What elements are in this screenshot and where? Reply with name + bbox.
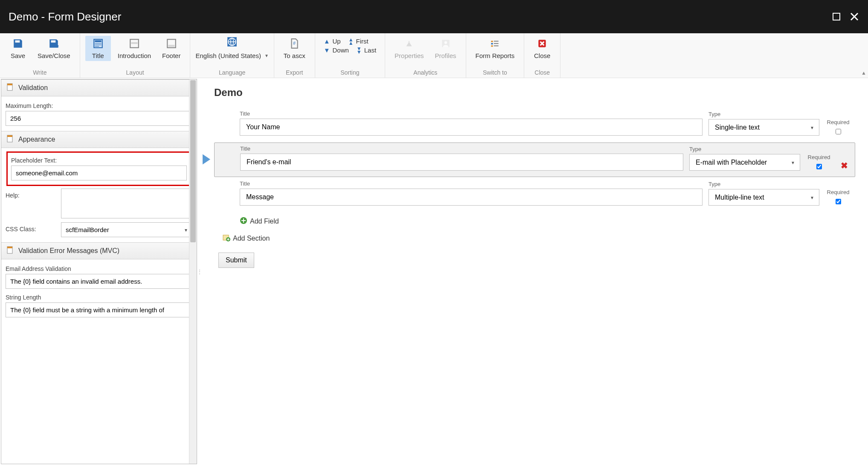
field-required-label: Required [825,189,851,195]
introduction-button[interactable]: Introduction [113,36,155,61]
field-required-checkbox[interactable] [816,164,822,169]
double-chevron-down-icon: ▼▼ [357,47,362,54]
profiles-label: Profiles [435,52,456,59]
field-type-select[interactable]: Single-line text [708,119,819,136]
field-type-select[interactable]: Multiple-line text [708,189,819,206]
sort-down-button[interactable]: ▼ Down [324,46,349,54]
close-window-button[interactable] [849,12,859,22]
ribbon-group-export: # To ascx Export [274,33,315,78]
to-ascx-label: To ascx [284,52,305,59]
save-close-button[interactable]: Save/Close [33,36,75,61]
section-appearance-title: Appearance [18,136,55,143]
form-field-row[interactable]: TitleTypeMultiple-line textRequired [214,178,855,212]
svg-rect-31 [7,135,12,137]
field-title-label: Title [240,145,683,152]
to-ascx-button[interactable]: # To ascx [279,36,310,61]
section-errors-body: Email Address Validation String Length [1,259,197,323]
submit-button[interactable]: Submit [218,253,254,268]
string-length-input[interactable] [6,302,192,317]
footer-label: Footer [162,52,180,59]
section-errors-header[interactable]: Validation Error Messages (MVC) [1,242,197,259]
email-validation-label: Email Address Validation [6,265,192,272]
save-label: Save [11,52,25,59]
form-field-row[interactable]: TitleTypeE-mail with PlaceholderRequired… [214,142,855,177]
field-title-input[interactable] [240,154,683,171]
sort-first-button[interactable]: ▲▲ First [348,38,369,45]
language-dropdown[interactable]: English (United States) ▼ [195,50,268,59]
sort-last-label: Last [364,46,376,54]
row-pointer-icon [202,153,211,166]
max-length-input[interactable] [6,111,192,126]
svg-rect-4 [95,40,101,42]
help-input[interactable] [61,189,192,218]
ribbon-caption-sorting: Sorting [340,69,359,76]
close-icon [537,38,548,49]
delete-row-icon[interactable]: ✖ [841,160,848,171]
ribbon-caption-layout: Layout [126,69,144,76]
field-type-select[interactable]: E-mail with Placeholder [689,154,800,171]
form-reports-label: Form Reports [476,52,515,59]
profiles-button: Profiles [430,36,460,61]
document-icon [6,83,14,93]
form-canvas: Demo TitleTypeSingle-line textRequiredTi… [201,78,868,465]
placeholder-text-input[interactable] [11,166,187,180]
chevron-down-icon: ▼ [324,46,330,54]
add-section-label: Add Section [233,235,270,242]
profiles-icon [440,38,451,49]
form-field-row[interactable]: TitleTypeSingle-line textRequired [214,108,855,142]
ribbon-caption-switch: Switch to [483,69,507,76]
svg-marker-34 [203,154,210,164]
svg-rect-33 [7,247,12,248]
section-validation-title: Validation [18,84,48,92]
add-icon [240,217,247,226]
section-errors-title: Validation Error Messages (MVC) [18,247,119,255]
panel-splitter[interactable]: ⋮ [198,78,201,465]
close-button[interactable]: Close [529,36,555,61]
title-button[interactable]: Title [85,36,111,61]
save-button[interactable]: Save [5,36,31,61]
sidepanel-scrollbar[interactable] [189,79,197,464]
svg-rect-0 [833,13,840,20]
close-label: Close [534,52,550,59]
save-icon [12,38,23,49]
sort-up-button[interactable]: ▲ Up [324,38,341,45]
title-label: Title [92,52,104,59]
save-close-icon [48,38,59,49]
section-validation-header[interactable]: Validation [1,79,197,96]
export-icon: # [289,38,300,49]
section-appearance-header[interactable]: Appearance [1,131,197,148]
maximize-button[interactable] [831,12,842,22]
ribbon-expand-toggle[interactable]: ▲ [861,70,866,76]
placeholder-text-label: Placeholder Text: [11,157,187,164]
field-type-label: Type [689,146,800,152]
sort-last-button[interactable]: ▼▼ Last [357,46,376,54]
field-title-input[interactable] [240,189,703,206]
css-class-select[interactable]: scfEmailBorder [61,222,192,237]
svg-rect-21 [491,45,493,46]
chevron-up-icon: ▲ [324,38,330,45]
sort-up-label: Up [333,38,341,45]
placeholder-highlight: Placeholder Text: [6,151,192,186]
document-icon [6,246,14,256]
ribbon-caption-write: Write [33,69,46,76]
titlebar: Demo - Form Designer [0,0,868,33]
field-required-checkbox[interactable] [836,199,841,204]
add-section-button[interactable]: Add Section [223,232,855,245]
scrollbar-thumb[interactable] [190,80,196,242]
ribbon-group-close: Close Close [524,33,560,78]
ribbon-caption-export: Export [286,69,303,76]
email-validation-input[interactable] [6,274,192,289]
save-close-label: Save/Close [38,52,70,59]
field-title-input[interactable] [240,119,703,136]
introduction-label: Introduction [118,52,151,59]
section-appearance-body: Placeholder Text: Help: CSS Class: scfEm… [1,148,197,242]
footer-button[interactable]: Footer [158,36,185,61]
add-field-button[interactable]: Add Field [240,215,855,228]
title-icon [93,38,104,49]
properties-panel: Validation Maximum Length: Appearance Pl… [1,79,197,464]
field-required-checkbox[interactable] [836,129,841,134]
field-title-label: Title [240,110,703,117]
form-reports-button[interactable]: Form Reports [471,36,519,61]
svg-text:#: # [293,41,296,46]
form-reports-icon [489,38,500,49]
